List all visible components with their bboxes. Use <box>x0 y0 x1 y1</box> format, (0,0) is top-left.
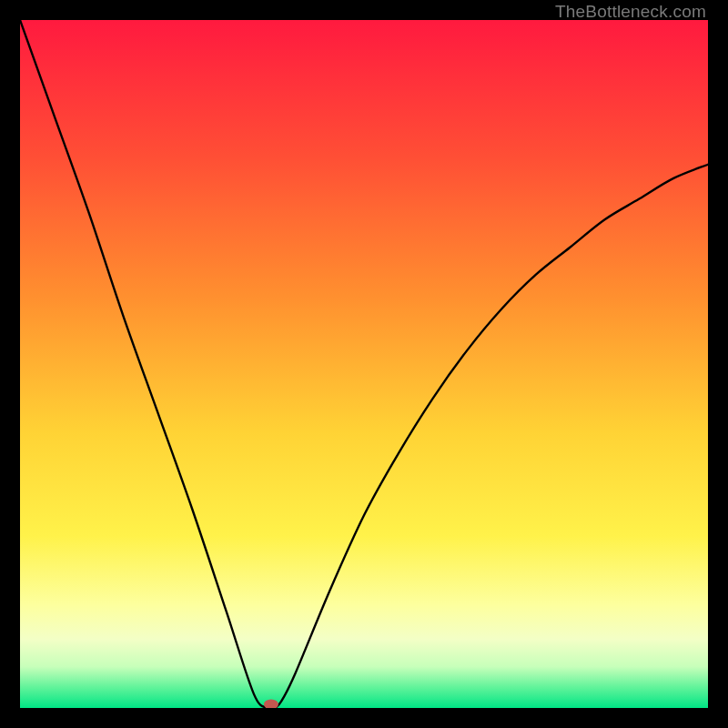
watermark-text: TheBottleneck.com <box>555 2 706 22</box>
chart-frame <box>20 20 708 708</box>
optimal-point-marker <box>264 700 278 709</box>
bottleneck-curve <box>20 20 708 708</box>
bottleneck-curve-plot <box>20 20 708 708</box>
